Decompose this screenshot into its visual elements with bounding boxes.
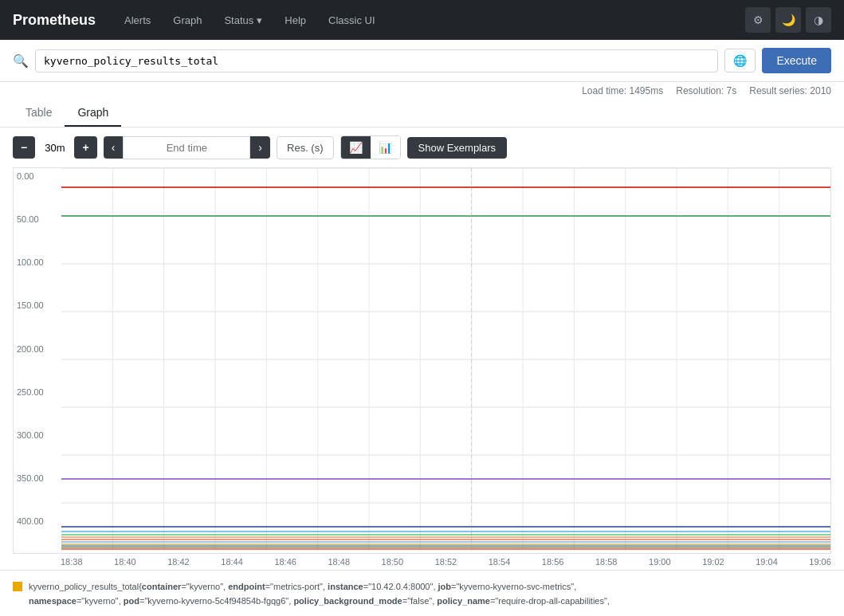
execute-button[interactable]: Execute <box>762 48 831 73</box>
chart-type-selector: 📈 📊 <box>340 135 401 159</box>
chart-area: 400.00 350.00 300.00 250.00 200.00 150.0… <box>0 167 844 570</box>
chart-inner <box>61 168 830 553</box>
time-nav: ‹ › <box>104 136 270 159</box>
legend-attr-policy-name: policy_name <box>437 596 490 606</box>
info-bar: Load time: 1495ms Resolution: 7s Result … <box>0 82 844 100</box>
y-label-5: 150.00 <box>17 300 55 310</box>
y-label-4: 200.00 <box>17 344 55 354</box>
duration-value: 30m <box>41 142 68 154</box>
contrast-btn[interactable]: ◑ <box>806 7 831 33</box>
nav-links: Alerts Graph Status ▾ Help Classic UI <box>115 10 745 31</box>
x-label-5: 18:48 <box>328 557 350 567</box>
nav-alerts[interactable]: Alerts <box>115 10 160 31</box>
legend-item-0: kyverno_policy_results_total{container="… <box>13 580 831 608</box>
y-label-1: 350.00 <box>17 473 55 483</box>
navbar: Prometheus Alerts Graph Status ▾ Help Cl… <box>0 0 844 40</box>
x-axis: 18:38 18:40 18:42 18:44 18:46 18:48 18:5… <box>61 554 831 570</box>
legend-attr-policy-background: policy_background_mode <box>293 596 402 606</box>
nav-status[interactable]: Status ▾ <box>214 10 272 31</box>
settings-icon-btn[interactable]: ⚙ <box>745 7 771 33</box>
x-label-8: 18:54 <box>489 557 511 567</box>
show-exemplars-button[interactable]: Show Exemplars <box>407 137 508 159</box>
x-label-3: 18:44 <box>221 557 243 567</box>
x-label-1: 18:40 <box>114 557 136 567</box>
legend-attr-endpoint: endpoint <box>228 582 265 591</box>
legend-metric-name: kyverno_policy_results_total{ <box>29 582 142 591</box>
legend-color-0 <box>13 582 22 591</box>
chart-wrapper: 400.00 350.00 300.00 250.00 200.00 150.0… <box>13 167 831 554</box>
y-label-3: 250.00 <box>17 387 55 397</box>
y-label-0: 400.00 <box>17 516 55 526</box>
next-time-btn[interactable]: › <box>250 136 270 159</box>
bar-chart-btn[interactable]: 📊 <box>371 136 400 159</box>
resolution-button[interactable]: Res. (s) <box>277 136 334 159</box>
x-label-13: 19:04 <box>756 557 778 567</box>
x-label-4: 18:46 <box>274 557 296 567</box>
minus-duration-button[interactable]: − <box>13 136 35 159</box>
tab-table[interactable]: Table <box>13 100 65 127</box>
x-label-12: 19:02 <box>702 557 724 567</box>
x-label-10: 18:58 <box>595 557 618 567</box>
x-label-11: 19:00 <box>649 557 671 567</box>
theme-icons: ⚙ 🌙 ◑ <box>745 7 831 33</box>
search-bar: 🔍 🌐 Execute <box>0 40 844 82</box>
x-label-7: 18:52 <box>435 557 457 567</box>
legend-attr-pod: pod <box>124 596 139 606</box>
dark-mode-btn[interactable]: 🌙 <box>775 7 801 33</box>
nav-graph[interactable]: Graph <box>163 10 211 31</box>
y-label-2: 300.00 <box>17 430 55 440</box>
search-icon-btn[interactable]: 🔍 <box>13 53 29 69</box>
line-chart-btn[interactable]: 📈 <box>341 136 371 159</box>
x-label-9: 18:56 <box>542 557 564 567</box>
x-label-14: 19:06 <box>809 557 831 567</box>
legend-attr-container: container <box>142 582 182 591</box>
x-label-0: 18:38 <box>61 557 83 567</box>
load-time: Load time: 1495ms <box>582 85 663 96</box>
resolution: Resolution: 7s <box>676 85 736 96</box>
y-label-7: 50.00 <box>17 214 55 224</box>
legend-attr-instance: instance <box>328 582 363 591</box>
search-input[interactable] <box>35 49 718 73</box>
x-label-2: 18:42 <box>167 557 190 567</box>
chart-svg <box>61 168 830 551</box>
y-axis: 400.00 350.00 300.00 250.00 200.00 150.0… <box>14 168 61 529</box>
nav-classic-ui[interactable]: Classic UI <box>319 10 385 31</box>
end-time-input[interactable] <box>123 136 250 159</box>
y-label-6: 100.00 <box>17 257 55 267</box>
y-label-8: 0.00 <box>17 171 55 181</box>
result-series: Result series: 2010 <box>749 85 831 96</box>
legend-area: kyverno_policy_results_total{container="… <box>0 570 844 616</box>
legend-text-0: kyverno_policy_results_total{container="… <box>29 580 610 608</box>
prev-time-btn[interactable]: ‹ <box>104 136 124 159</box>
legend-attr-namespace: namespace <box>29 596 77 606</box>
plus-duration-button[interactable]: + <box>74 136 96 159</box>
brand: Prometheus <box>13 12 96 29</box>
tab-graph[interactable]: Graph <box>65 100 121 127</box>
toolbar: − 30m + ‹ › Res. (s) 📈 📊 Show Exemplars <box>0 128 844 167</box>
nav-help[interactable]: Help <box>275 10 316 31</box>
tabs-container: Table Graph <box>0 100 844 128</box>
dropdown-arrow-icon: ▾ <box>257 14 262 26</box>
legend-attr-job: job <box>438 582 452 591</box>
x-label-6: 18:50 <box>382 557 404 567</box>
metrics-globe-btn[interactable]: 🌐 <box>724 49 756 73</box>
